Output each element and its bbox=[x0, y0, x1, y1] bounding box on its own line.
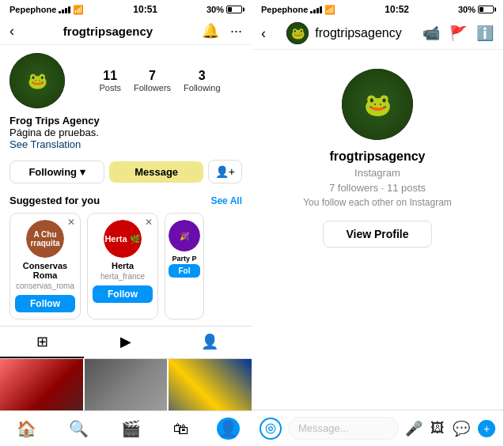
suggestion-handle-1: conservas_roma bbox=[16, 282, 74, 290]
nav-search[interactable]: 🔍 bbox=[64, 418, 93, 440]
profile-card-avatar: 🐸 bbox=[342, 69, 413, 140]
close-card-1[interactable]: ✕ bbox=[67, 217, 75, 228]
more-options-icon[interactable]: ··· bbox=[230, 23, 242, 40]
left-phone: Pepephone 📶 10:51 30% ‹ frogtripsagency … bbox=[0, 0, 252, 446]
plus-icon[interactable]: + bbox=[478, 420, 495, 437]
grid-tab-tagged[interactable]: 👤 bbox=[168, 327, 252, 358]
time-left: 10:51 bbox=[133, 4, 157, 15]
posts-stat: 11 Posts bbox=[99, 69, 121, 93]
message-input[interactable]: Message... bbox=[288, 417, 399, 440]
grid-tabs: ⊞ ▶ 👤 bbox=[0, 326, 252, 359]
bio-section: Frog Trips Agency Página de pruebas. See… bbox=[0, 113, 252, 157]
spacer bbox=[252, 260, 503, 410]
nav-profile[interactable]: 👤 bbox=[217, 418, 240, 440]
header-username-right: frogtripsagency bbox=[315, 26, 401, 40]
suggestion-name-1: Conservas Roma bbox=[15, 261, 75, 280]
suggested-title: Suggested for you bbox=[9, 195, 100, 206]
photo-grid: 1 bbox=[0, 359, 252, 410]
nav-reels[interactable]: 🎬 bbox=[116, 418, 146, 440]
grid-tab-posts[interactable]: ⊞ bbox=[0, 327, 84, 358]
battery-left: 30% bbox=[207, 5, 224, 14]
profile-card-name: frogtripsagency bbox=[330, 149, 426, 164]
profile-header-left: ‹ frogtripsagency 🔔 ··· bbox=[0, 17, 252, 45]
profile-stats: 11 Posts 7 Followers 3 Following bbox=[78, 69, 242, 93]
follow-button-3[interactable]: Fol bbox=[169, 264, 200, 278]
add-person-icon: 👤+ bbox=[215, 165, 235, 178]
close-card-2[interactable]: ✕ bbox=[145, 217, 153, 228]
photo-cell-2[interactable] bbox=[85, 359, 168, 410]
camera-icon[interactable] bbox=[260, 418, 282, 440]
suggestion-avatar-1: A Churraquita bbox=[26, 220, 64, 258]
nav-home[interactable]: 🏠 bbox=[12, 418, 41, 440]
bio-text: Página de pruebas. bbox=[9, 127, 242, 138]
sticker-icon[interactable]: 💬 bbox=[453, 420, 470, 437]
suggestion-avatar-3: 🎉 bbox=[169, 220, 200, 251]
profile-card-platform: Instagram bbox=[354, 167, 400, 179]
profile-card-mutual: You follow each other on Instagram bbox=[303, 197, 452, 208]
message-icons-right: 🎤 🖼 💬 + bbox=[405, 420, 495, 437]
suggestion-card-2: ✕ Herta 🌿 Herta herta_france Follow bbox=[87, 213, 158, 319]
profile-section: 🐸 11 Posts 7 Followers 3 Following bbox=[0, 45, 252, 113]
suggested-scroll: ✕ A Churraquita Conservas Roma conservas… bbox=[0, 210, 252, 326]
video-icon[interactable]: 📹 bbox=[423, 25, 440, 42]
profile-card: 🐸 frogtripsagency Instagram 7 followers … bbox=[252, 50, 503, 260]
svg-point-0 bbox=[269, 426, 273, 430]
status-bar-left: Pepephone 📶 10:51 30% bbox=[0, 0, 252, 17]
carrier-right: Pepephone bbox=[261, 5, 308, 14]
follow-button-1[interactable]: Follow bbox=[15, 295, 75, 312]
suggestion-avatar-2: Herta 🌿 bbox=[104, 220, 142, 258]
time-right: 10:52 bbox=[385, 4, 409, 15]
bottom-nav-left: 🏠 🔍 🎬 🛍 👤 bbox=[0, 410, 252, 446]
profile-card-stats: 7 followers · 11 posts bbox=[329, 182, 426, 194]
back-button-left[interactable]: ‹ bbox=[9, 23, 14, 40]
message-bar: Message... 🎤 🖼 💬 + bbox=[252, 410, 503, 446]
profile-avatar-left: 🐸 bbox=[9, 53, 65, 108]
suggestion-handle-2: herta_france bbox=[100, 272, 145, 281]
bio-translate[interactable]: See Translation bbox=[9, 138, 242, 150]
header-username-left: frogtripsagency bbox=[63, 25, 153, 38]
status-bar-right: Pepephone 📶 10:52 30% bbox=[252, 0, 503, 17]
suggestion-name-2: Herta bbox=[112, 261, 134, 270]
battery-right: 30% bbox=[458, 5, 476, 14]
flag-icon[interactable]: 🚩 bbox=[449, 25, 467, 42]
suggested-header: Suggested for you See All bbox=[0, 190, 252, 210]
follow-button-2[interactable]: Follow bbox=[93, 285, 153, 303]
nav-shop[interactable]: 🛍 bbox=[169, 418, 194, 440]
message-button[interactable]: Message bbox=[109, 161, 203, 183]
followers-stat: 7 Followers bbox=[134, 69, 171, 93]
suggestion-card-1: ✕ A Churraquita Conservas Roma conservas… bbox=[9, 213, 81, 319]
suggestion-name-3: Party P bbox=[172, 255, 196, 263]
info-icon[interactable]: ℹ️ bbox=[476, 25, 494, 42]
grid-tab-reels[interactable]: ▶ bbox=[84, 327, 168, 358]
mic-icon[interactable]: 🎤 bbox=[405, 420, 423, 437]
back-button-right[interactable]: ‹ bbox=[261, 25, 266, 42]
following-button[interactable]: Following ▾ bbox=[9, 161, 104, 183]
profile-header-right: ‹ 🐸 frogtripsagency 📹 🚩 ℹ️ bbox=[252, 17, 503, 50]
chevron-down-icon: ▾ bbox=[80, 166, 85, 178]
wifi-icon: 📶 bbox=[73, 5, 84, 15]
notification-icon[interactable]: 🔔 bbox=[202, 22, 219, 40]
bio-name: Frog Trips Agency bbox=[9, 115, 242, 127]
right-phone: Pepephone 📶 10:52 30% ‹ 🐸 frogtripsagenc… bbox=[252, 0, 503, 446]
view-profile-button[interactable]: View Profile bbox=[323, 221, 431, 248]
carrier-left: Pepephone bbox=[9, 5, 56, 14]
photo-cell-1[interactable] bbox=[0, 359, 83, 410]
wifi-icon-right: 📶 bbox=[324, 5, 335, 15]
image-icon[interactable]: 🖼 bbox=[430, 420, 445, 437]
add-person-button[interactable]: 👤+ bbox=[208, 160, 242, 183]
action-buttons: Following ▾ Message 👤+ bbox=[0, 157, 252, 190]
suggestion-card-3: 🎉 Party P Fol bbox=[165, 213, 204, 319]
message-placeholder: Message... bbox=[298, 422, 349, 434]
see-all-button[interactable]: See All bbox=[210, 195, 242, 206]
photo-cell-3[interactable]: 1 bbox=[169, 359, 252, 410]
following-stat: 3 Following bbox=[184, 69, 220, 93]
